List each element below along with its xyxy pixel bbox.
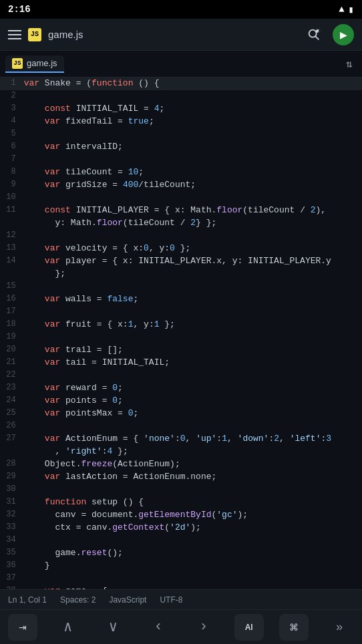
cursor-position: Ln 1, Col 1 <box>8 595 47 605</box>
up-nav-button[interactable]: ∧ <box>53 614 83 641</box>
code-row: }; <box>0 268 362 281</box>
code-row: 5 <box>0 128 362 141</box>
code-row: 16 var walls = false; <box>0 293 362 306</box>
line-number: 15 <box>0 281 24 293</box>
code-row: 4 var fixedTail = true; <box>0 116 362 128</box>
code-scroll[interactable]: 1var Snake = (function () {23 const INIT… <box>0 77 362 589</box>
right-nav-button[interactable]: › <box>189 614 218 641</box>
code-row: 11 const INITIAL_PLAYER = { x: Math.floo… <box>0 204 362 217</box>
cmd-button[interactable]: ⌘ <box>279 614 309 641</box>
line-content: y: Math.floor(tileCount / 2} }; <box>24 217 362 230</box>
line-number: 1 <box>0 77 24 90</box>
line-content: } <box>24 560 362 573</box>
code-row: 30 <box>0 484 362 496</box>
code-row: 33 ctx = canv.getContext('2d'); <box>0 522 362 534</box>
code-row: 29 var lastAction = ActionEnum.none; <box>0 471 362 484</box>
line-content: canv = document.getElementById('gc'); <box>24 509 362 522</box>
code-row: 31 function setup () { <box>0 496 362 509</box>
code-row: y: Math.floor(tileCount / 2} }; <box>0 217 362 230</box>
line-content <box>24 534 362 547</box>
line-content <box>24 154 362 166</box>
code-row: 6 var intervalID; <box>0 141 362 154</box>
line-number: 35 <box>0 547 24 560</box>
code-row: 19 <box>0 331 362 344</box>
line-content: var lastAction = ActionEnum.none; <box>24 471 362 484</box>
line-content: var points = 0; <box>24 395 362 408</box>
toolbar: JS game.js ↺ ▶ <box>0 19 362 51</box>
line-content: var Snake = (function () { <box>24 77 362 90</box>
ai-button[interactable]: AI <box>234 614 264 641</box>
line-content <box>24 192 362 204</box>
code-row: , 'right':4 }; <box>0 446 362 458</box>
line-number: 21 <box>0 357 24 369</box>
search-button[interactable]: ↺ <box>305 25 323 44</box>
line-number: 5 <box>0 128 24 141</box>
code-row: 34 <box>0 534 362 547</box>
tab-bar: JS game.js ⇅ <box>0 51 362 77</box>
line-content: Object.freeze(ActionEnum); <box>24 458 362 471</box>
line-content: var pointsMax = 0; <box>24 408 362 420</box>
line-number: 31 <box>0 496 24 509</box>
line-number: 24 <box>0 395 24 408</box>
language-info: JavaScript <box>109 595 146 605</box>
code-row: 7 <box>0 154 362 166</box>
line-content: var walls = false; <box>24 293 362 306</box>
line-number <box>0 446 24 458</box>
svg-line-1 <box>315 36 319 39</box>
code-area: 1var Snake = (function () {23 const INIT… <box>0 77 362 589</box>
line-content: var tileCount = 10; <box>24 166 362 179</box>
hamburger-menu[interactable] <box>8 30 21 39</box>
line-content: var reward = 0; <box>24 382 362 395</box>
code-row: 15 <box>0 281 362 293</box>
tab-gamejs[interactable]: JS game.js <box>5 55 64 73</box>
line-content: var fixedTail = true; <box>24 116 362 128</box>
code-row: 23 var reward = 0; <box>0 382 362 395</box>
battery-icon: ▮ <box>349 4 354 15</box>
code-row: 20 var trail = []; <box>0 344 362 357</box>
code-row: 14 var player = { x: INITIAL_PLAYER.x, y… <box>0 255 362 268</box>
line-content: var player = { x: INITIAL_PLAYER.x, y: I… <box>24 255 362 268</box>
line-content: var tail = INITIAL_TAIL; <box>24 357 362 369</box>
line-number: 12 <box>0 230 24 243</box>
code-row: 32 canv = document.getElementById('gc'); <box>0 509 362 522</box>
line-number: 32 <box>0 509 24 522</box>
line-number: 22 <box>0 369 24 382</box>
tab-filename: game.js <box>27 58 57 68</box>
line-content <box>24 281 362 293</box>
line-number: 20 <box>0 344 24 357</box>
run-button[interactable]: ▶ <box>333 24 354 45</box>
bottom-nav: ⇥ ∧ ∨ ‹ › AI ⌘ » <box>0 609 362 644</box>
line-number: 27 <box>0 433 24 446</box>
line-content <box>24 420 362 433</box>
tab-nav-button[interactable]: ⇥ <box>8 614 37 641</box>
code-row: 35 game.reset(); <box>0 547 362 560</box>
code-row: 36 } <box>0 560 362 573</box>
down-nav-button[interactable]: ∨ <box>98 614 128 641</box>
line-number: 9 <box>0 179 24 192</box>
line-number: 34 <box>0 534 24 547</box>
line-content: , 'right':4 }; <box>24 446 362 458</box>
line-content: var fruit = { x:1, y:1 }; <box>24 319 362 331</box>
line-content: }; <box>24 268 362 281</box>
dblright-nav-button[interactable]: » <box>325 614 354 641</box>
line-number: 36 <box>0 560 24 573</box>
line-number: 13 <box>0 243 24 255</box>
sort-button[interactable]: ⇅ <box>342 57 357 71</box>
code-row: 8 var tileCount = 10; <box>0 166 362 179</box>
line-number: 30 <box>0 484 24 496</box>
line-content: game.reset(); <box>24 547 362 560</box>
line-content <box>24 306 362 319</box>
line-number: 29 <box>0 471 24 484</box>
spaces-info: Spaces: 2 <box>60 595 96 605</box>
code-row: 12 <box>0 230 362 243</box>
code-row: 22 <box>0 369 362 382</box>
encoding-info: UTF-8 <box>160 595 182 605</box>
line-number: 37 <box>0 573 24 585</box>
status-icons: ▲ ▮ <box>339 4 354 15</box>
file-type-badge: JS <box>28 28 41 41</box>
line-number: 6 <box>0 141 24 154</box>
code-row: 27 var ActionEnum = { 'none':0, 'up':1, … <box>0 433 362 446</box>
code-row: 17 <box>0 306 362 319</box>
line-number: 4 <box>0 116 24 128</box>
left-nav-button[interactable]: ‹ <box>144 614 173 641</box>
